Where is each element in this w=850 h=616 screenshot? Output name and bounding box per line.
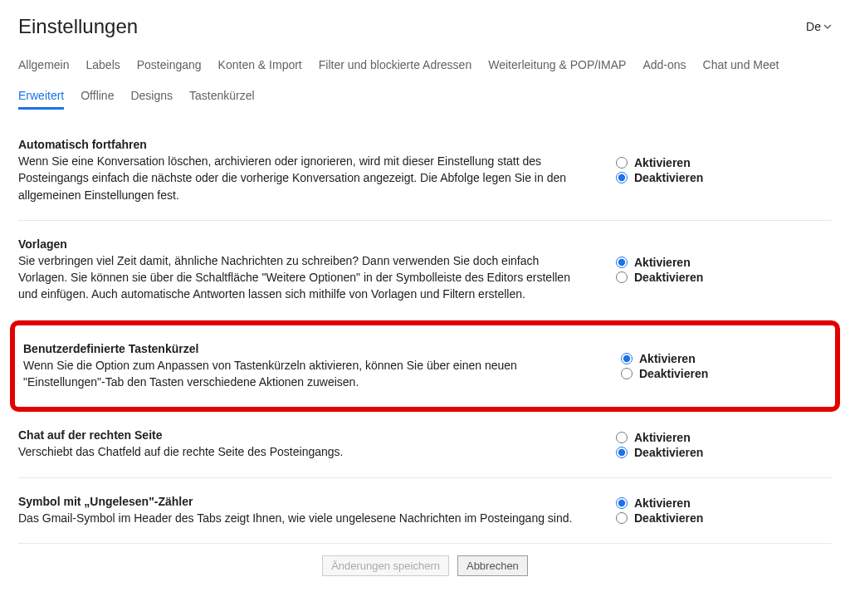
radio-label-deactivate[interactable]: Deaktivieren: [634, 171, 703, 184]
radio-label-activate[interactable]: Aktivieren: [634, 256, 691, 269]
section-desc: Wenn Sie eine Konversation löschen, arch…: [18, 153, 591, 203]
radio-label-activate[interactable]: Aktivieren: [639, 352, 696, 365]
radio-custom-shortcuts-deactivate[interactable]: [621, 368, 633, 379]
radio-label-activate[interactable]: Aktivieren: [634, 156, 691, 169]
radio-label-deactivate[interactable]: Deaktivieren: [634, 446, 703, 459]
page-title: Einstellungen: [18, 15, 138, 38]
tab-addons[interactable]: Add-ons: [642, 53, 686, 79]
radio-label-activate[interactable]: Aktivieren: [634, 496, 691, 510]
tab-designs[interactable]: Designs: [130, 84, 173, 110]
section-title: Benutzerdefinierte Tastenkürzel: [23, 342, 596, 355]
section-templates: Vorlagen Sie verbringen viel Zeit damit,…: [18, 221, 832, 320]
tabs-container: Allgemein Labels Posteingang Konten & Im…: [18, 53, 832, 110]
language-label: De: [806, 20, 821, 33]
save-button: Änderungen speichern: [322, 555, 449, 576]
section-desc: Verschiebt das Chatfeld auf die rechte S…: [18, 443, 591, 460]
radio-label-deactivate[interactable]: Deaktivieren: [634, 511, 703, 525]
tab-konten-import[interactable]: Konten & Import: [218, 53, 302, 79]
tab-filter-blockierte[interactable]: Filter und blockierte Adressen: [319, 53, 471, 79]
tab-posteingang[interactable]: Posteingang: [137, 53, 202, 79]
tab-offline[interactable]: Offline: [81, 84, 114, 110]
tabs-row-1: Allgemein Labels Posteingang Konten & Im…: [18, 53, 832, 79]
radio-auto-advance-activate[interactable]: [616, 157, 628, 169]
radio-auto-advance-deactivate[interactable]: [616, 172, 628, 183]
section-desc: Wenn Sie die Option zum Anpassen von Tas…: [23, 357, 596, 391]
section-title: Vorlagen: [18, 237, 591, 251]
radio-templates-activate[interactable]: [616, 257, 628, 268]
tab-erweitert[interactable]: Erweitert: [18, 84, 64, 110]
radio-templates-deactivate[interactable]: [616, 271, 628, 283]
section-auto-advance: Automatisch fortfahren Wenn Sie eine Kon…: [18, 121, 832, 221]
section-title: Chat auf der rechten Seite: [18, 428, 591, 442]
radio-label-deactivate[interactable]: Deaktivieren: [639, 367, 708, 380]
section-unread-icon: Symbol mit „Ungelesen"-Zähler Das Gmail-…: [18, 478, 832, 544]
chevron-down-icon: [823, 22, 832, 31]
tabs-row-2: Erweitert Offline Designs Tastenkürzel: [18, 84, 832, 110]
language-selector[interactable]: De: [806, 20, 832, 33]
tab-tastenkuerzel[interactable]: Tastenkürzel: [189, 84, 255, 110]
radio-label-activate[interactable]: Aktivieren: [634, 431, 691, 444]
section-chat-right: Chat auf der rechten Seite Verschiebt da…: [18, 412, 832, 477]
radio-custom-shortcuts-activate[interactable]: [621, 353, 633, 364]
tab-weiterleitung-pop-imap[interactable]: Weiterleitung & POP/IMAP: [488, 53, 626, 79]
cancel-button[interactable]: Abbrechen: [457, 555, 528, 576]
radio-chat-right-activate[interactable]: [616, 432, 628, 443]
section-desc: Sie verbringen viel Zeit damit, ähnliche…: [18, 252, 591, 303]
radio-label-deactivate[interactable]: Deaktivieren: [634, 271, 703, 284]
radio-unread-icon-deactivate[interactable]: [616, 512, 628, 524]
section-title: Symbol mit „Ungelesen"-Zähler: [18, 495, 591, 508]
tab-chat-meet[interactable]: Chat und Meet: [703, 53, 779, 79]
section-custom-shortcuts: Benutzerdefinierte Tastenkürzel Wenn Sie…: [18, 329, 832, 404]
radio-unread-icon-activate[interactable]: [616, 497, 628, 509]
section-desc: Das Gmail-Symbol im Header des Tabs zeig…: [18, 510, 591, 526]
radio-chat-right-deactivate[interactable]: [616, 447, 628, 458]
section-title: Automatisch fortfahren: [18, 138, 591, 151]
tab-allgemein[interactable]: Allgemein: [18, 53, 69, 79]
tab-labels[interactable]: Labels: [85, 53, 120, 79]
footer-buttons: Änderungen speichern Abbrechen: [18, 544, 832, 576]
highlight-box: Benutzerdefinierte Tastenkürzel Wenn Sie…: [10, 320, 840, 413]
